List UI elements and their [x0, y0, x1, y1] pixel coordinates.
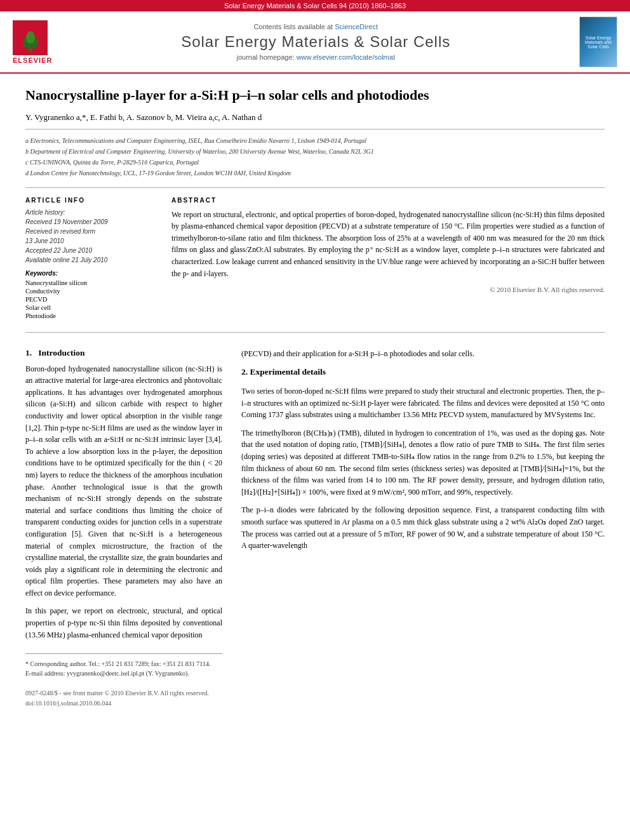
affiliation-c: c CTS-UNINOVA, Quinta da Torre, P-2829-5… [25, 157, 605, 168]
abstract-body: We report on structural, electronic, and… [171, 209, 605, 280]
right-para-5: The trimethylboron (B(CH₃)₃) (TMB), dilu… [241, 427, 605, 498]
accepted-date: Accepted 22 June 2010 [25, 247, 152, 254]
svg-point-4 [26, 31, 35, 44]
article-info-header: ARTICLE INFO [25, 197, 152, 204]
authors-text: Y. Vygranenko a,*, E. Fathi b, A. Sazono… [25, 112, 262, 122]
affiliation-b: b Department of Electrical and Computer … [25, 147, 605, 157]
right-para-4: Two series of boron-doped nc-Si:H films … [241, 385, 605, 421]
article-info-abstract: ARTICLE INFO Article history: Received 1… [25, 197, 605, 321]
main-content: Nanocrystalline p-layer for a-Si:H p–i–n… [0, 74, 630, 721]
journal-header-center: Contents lists available at ScienceDirec… [52, 23, 579, 61]
affiliations: a Electronics, Telecommunications and Co… [25, 136, 605, 178]
experimental-title: 2. Experimental details [241, 366, 605, 379]
received-date: Received 19 November 2009 [25, 218, 152, 225]
body-left-col: 1. Introduction Boron-doped hydrogenated… [25, 348, 222, 709]
authors: Y. Vygranenko a,*, E. Fathi b, A. Sazono… [25, 112, 605, 123]
abstract-panel: ABSTRACT We report on structural, electr… [171, 197, 605, 321]
elsevier-name: ELSEVIER [13, 57, 52, 64]
body-two-col: 1. Introduction Boron-doped hydrogenated… [25, 348, 605, 709]
paper-title: Nanocrystalline p-layer for a-Si:H p–i–n… [25, 86, 605, 105]
copyright: © 2010 Elsevier B.V. All rights reserved… [171, 284, 605, 295]
divider-1 [25, 129, 605, 130]
body-right-col: (PECVD) and their application for a-Si:H… [241, 348, 605, 709]
journal-title: Solar Energy Materials & Solar Cells [52, 33, 579, 51]
divider-2 [25, 187, 605, 188]
footnote-area: * Corresponding author. Tel.: +351 21 83… [25, 653, 222, 678]
keyword-2: PECVD [25, 296, 152, 303]
intro-number: 1. [25, 348, 32, 357]
available-date: Available online 21 July 2010 [25, 257, 152, 263]
top-bar: Solar Energy Materials & Solar Cells 94 … [0, 0, 630, 11]
elsevier-logo: ELSEVIER [13, 20, 52, 64]
received-revised-label: Received in revised form [25, 228, 152, 235]
intro-title-text: Introduction [38, 348, 84, 357]
abstract-text: We report on structural, electronic, and… [171, 209, 605, 296]
article-info-panel: ARTICLE INFO Article history: Received 1… [25, 197, 152, 321]
journal-header: ELSEVIER Contents lists available at Sci… [0, 11, 630, 74]
elsevier-logo-icon [13, 20, 48, 55]
body-section: 1. Introduction Boron-doped hydrogenated… [25, 348, 605, 709]
right-para-0: (PECVD) and their application for a-Si:H… [241, 348, 605, 360]
journal-homepage: journal homepage: www.elsevier.com/locat… [52, 53, 579, 61]
keyword-4: Photodiode [25, 312, 152, 319]
keywords-header: Keywords: [25, 270, 152, 277]
intro-title: 1. Introduction [25, 348, 222, 358]
journal-homepage-link[interactable]: www.elsevier.com/locate/solmat [297, 53, 395, 61]
experimental-title-text: 2. Experimental details [241, 367, 326, 377]
journal-cover-image: Solar Energy Materials and Solar Cells [579, 17, 617, 67]
abstract-header: ABSTRACT [171, 197, 605, 204]
footer-issn: 0927-0248/$ - see front matter © 2010 El… [25, 688, 222, 698]
revised-date: 13 June 2010 [25, 237, 152, 244]
keyword-3: Solar cell [25, 304, 152, 311]
footnote-email: E-mail address: yvygranenko@deetc.isel.i… [25, 669, 222, 678]
footnote-corresponding: * Corresponding author. Tel.: +351 21 83… [25, 659, 222, 669]
article-history-header: Article history: [25, 209, 152, 216]
footer-ids: 0927-0248/$ - see front matter © 2010 El… [25, 688, 222, 709]
sciencedirect-text: Contents lists available at ScienceDirec… [52, 23, 579, 30]
intro-para-1: Boron-doped hydrogenated nanocrystalline… [25, 363, 222, 599]
affiliation-d: d London Centre for Nanotechnology, UCL,… [25, 168, 605, 178]
sciencedirect-link[interactable]: ScienceDirect [335, 23, 378, 30]
right-para-6: The p–i–n diodes were fabricated by the … [241, 504, 605, 551]
keyword-1: Conductivity [25, 288, 152, 295]
keywords-label-text: Keywords: [25, 270, 58, 277]
right-body-text: (PECVD) and their application for a-Si:H… [241, 348, 605, 552]
top-bar-text: Solar Energy Materials & Solar Cells 94 … [224, 2, 406, 10]
affiliation-a: a Electronics, Telecommunications and Co… [25, 136, 605, 146]
intro-para-2: In this paper, we report on electronic, … [25, 605, 222, 641]
divider-3 [25, 332, 605, 333]
footer-doi: doi:10.1016/j.solmat.2010.06.044 [25, 698, 222, 709]
intro-body: Boron-doped hydrogenated nanocrystalline… [25, 363, 222, 641]
svg-rect-5 [29, 48, 32, 53]
keyword-0: Nanocrystalline silicon [25, 279, 152, 286]
